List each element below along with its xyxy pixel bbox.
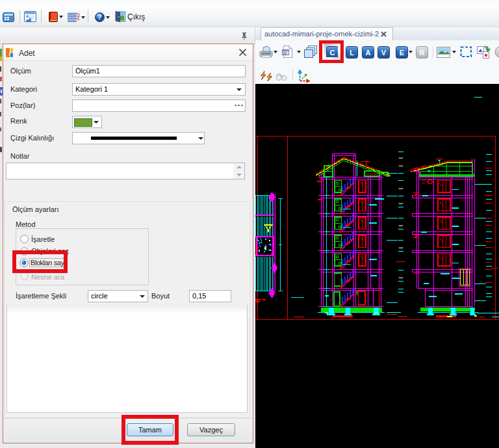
svg-text:L: L [350, 49, 354, 57]
svg-text:E: E [400, 49, 404, 57]
svg-text:A: A [366, 49, 371, 57]
svg-text:R: R [420, 49, 425, 57]
svg-text:V: V [381, 49, 387, 57]
svg-text:?: ? [97, 13, 101, 21]
